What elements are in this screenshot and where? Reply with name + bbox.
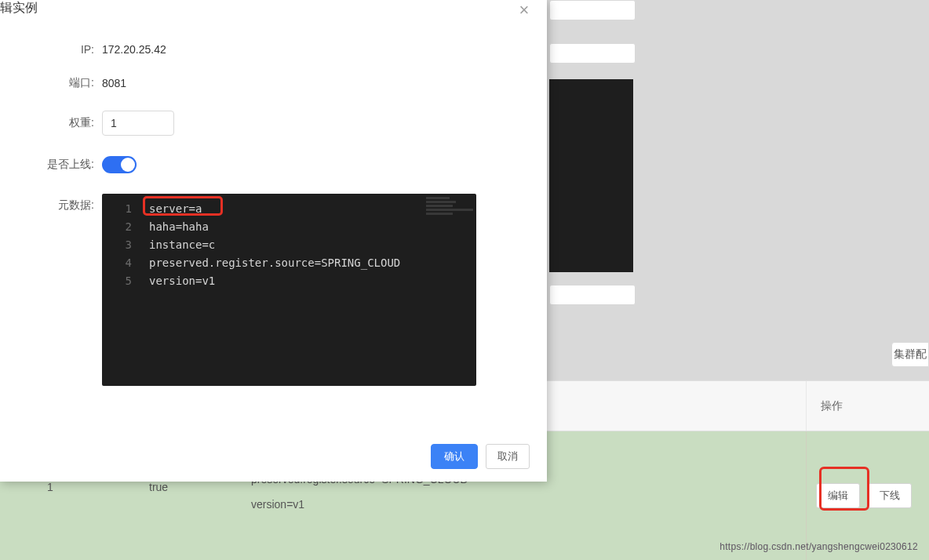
cancel-button[interactable]: 取消	[486, 444, 530, 469]
weight-input[interactable]	[102, 111, 174, 136]
weight-label: 权重:	[0, 116, 102, 130]
bg-input-2[interactable]	[549, 43, 636, 64]
line-number: 1	[102, 200, 140, 218]
ip-value: 172.20.25.42	[102, 43, 166, 56]
line-number: 4	[102, 254, 140, 272]
watermark: https://blog.csdn.net/yangshengcwei02306…	[720, 541, 918, 552]
offline-button[interactable]: 下线	[868, 483, 912, 508]
form-row-ip: IP: 172.20.25.42	[0, 43, 531, 56]
online-toggle[interactable]	[102, 156, 137, 173]
line-number: 5	[102, 272, 140, 290]
port-value: 8081	[102, 77, 126, 89]
metadata-editor[interactable]: 1 2 3 4 5 server=a haha=haha instance=c …	[102, 194, 476, 386]
form-row-weight: 权重:	[0, 111, 531, 136]
toggle-knob	[121, 158, 135, 172]
modal-footer: 确认 取消	[431, 444, 530, 469]
line-number: 2	[102, 218, 140, 236]
close-icon[interactable]: ×	[516, 2, 533, 19]
editor-line: version=v1	[149, 272, 400, 290]
bg-input-3[interactable]	[549, 285, 636, 305]
cell-status: true	[149, 481, 168, 493]
editor-line: haha=haha	[149, 218, 400, 236]
editor-line: instance=c	[149, 236, 400, 254]
bg-dark-panel	[549, 79, 633, 272]
metadata-label: 元数据:	[0, 194, 102, 213]
editor-minimap	[426, 197, 473, 220]
ip-label: IP:	[0, 43, 102, 56]
editor-gutter: 1 2 3 4 5	[102, 200, 140, 290]
cluster-config-button[interactable]: 集群配	[891, 342, 929, 367]
form-row-metadata: 元数据: 1 2 3 4 5 server=a haha=haha instan…	[0, 194, 531, 386]
line-number: 3	[102, 236, 140, 254]
online-label: 是否上线:	[0, 158, 102, 172]
highlight-server-a	[143, 196, 223, 216]
table-header-ops: 操作	[806, 381, 929, 431]
cell-metadata-line: version=v1	[251, 492, 468, 517]
form-row-online: 是否上线:	[0, 156, 531, 173]
modal-title: 辑实例	[0, 0, 38, 16]
edit-instance-modal: 辑实例 × IP: 172.20.25.42 端口: 8081 权重: 是否上线…	[0, 0, 547, 482]
cell-weight: 1	[47, 481, 53, 493]
port-label: 端口:	[0, 76, 102, 90]
bg-input-1[interactable]	[549, 0, 636, 20]
form-row-port: 端口: 8081	[0, 76, 531, 90]
modal-form: IP: 172.20.25.42 端口: 8081 权重: 是否上线: 元数据:…	[0, 43, 531, 406]
editor-line: preserved.register.source=SPRING_CLOUD	[149, 254, 400, 272]
edit-button[interactable]: 编辑	[816, 483, 860, 508]
confirm-button[interactable]: 确认	[431, 444, 478, 469]
